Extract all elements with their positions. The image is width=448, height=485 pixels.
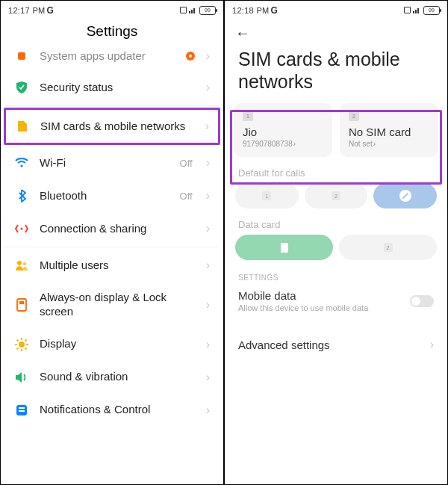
connection-icon <box>14 221 29 236</box>
row-label: Display <box>40 337 196 351</box>
row-label: Notifications & Control <box>40 403 196 417</box>
default-calls-label: Default for calls <box>225 157 447 183</box>
row-bluetooth[interactable]: Bluetooth Off › <box>5 179 219 212</box>
row-system-updater[interactable]: System apps updater › <box>5 47 219 71</box>
separator <box>5 105 219 106</box>
row-label: System apps updater <box>40 49 175 64</box>
sim-slot-2[interactable]: 2 No SIM card Not set› <box>340 103 438 157</box>
users-icon <box>14 258 29 273</box>
display-icon <box>14 337 29 352</box>
chevron-right-icon: › <box>206 404 210 417</box>
row-notifications[interactable]: Notifications & Control › <box>5 394 219 419</box>
svg-line-17 <box>25 339 27 341</box>
page-title: SIM cards & mobile networks <box>225 42 447 103</box>
page-title: Settings <box>1 17 223 47</box>
row-label: Sound & vibration <box>40 370 196 384</box>
row-label: Connection & sharing <box>40 222 196 236</box>
settings-list-2: Wi-Fi Off › Bluetooth Off › Connection &… <box>1 146 223 245</box>
chevron-right-icon: › <box>430 338 434 351</box>
svg-point-3 <box>20 164 22 167</box>
sim-settings-screen: 12:18 PMG 99 ← SIM cards & mobile networ… <box>224 0 448 485</box>
ban-icon <box>399 190 411 202</box>
clock: 12:18 PM <box>232 6 269 15</box>
svg-line-15 <box>25 347 27 349</box>
call-sim-2[interactable]: 2 <box>305 183 368 208</box>
row-aod[interactable]: Always-on display & Lock screen › <box>5 282 219 328</box>
sim-status-icon <box>180 7 187 13</box>
chevron-right-icon: › <box>293 140 296 148</box>
google-badge: G <box>270 5 277 16</box>
row-label: Bluetooth <box>40 189 169 203</box>
row-security[interactable]: Security status › <box>5 71 219 104</box>
row-mobile-data[interactable]: Mobile data Allow this device to use mob… <box>225 285 447 320</box>
row-connection[interactable]: Connection & sharing › <box>5 212 219 245</box>
svg-rect-7 <box>17 299 26 311</box>
data-card-label: Data card <box>225 208 447 235</box>
signal-icon <box>413 7 421 13</box>
row-sound[interactable]: Sound & vibration › <box>5 361 219 394</box>
data-sim-2[interactable]: 2 <box>339 235 437 260</box>
chevron-right-icon: › <box>206 49 210 63</box>
row-value: Off <box>180 191 193 202</box>
update-badge-icon <box>185 51 196 61</box>
call-sim-1[interactable]: 1 <box>235 183 299 208</box>
google-badge: G <box>46 5 53 16</box>
sound-icon <box>14 370 29 385</box>
row-display[interactable]: Display › <box>5 328 219 361</box>
chevron-right-icon: › <box>206 298 210 312</box>
sim-doc-icon <box>281 243 288 253</box>
clock: 12:17 PM <box>8 6 45 15</box>
settings-list: System apps updater › Security status › <box>1 47 223 104</box>
row-label: Security status <box>40 81 196 95</box>
sim-status-icon <box>404 7 411 13</box>
svg-line-16 <box>17 347 19 349</box>
chevron-right-icon: › <box>206 338 210 351</box>
slot-badge: 1 <box>243 111 253 121</box>
svg-rect-8 <box>19 301 24 304</box>
data-sim-1[interactable] <box>235 235 333 260</box>
mobile-data-toggle[interactable] <box>410 295 434 307</box>
chevron-right-icon: › <box>205 120 209 133</box>
status-bar: 12:17 PMG 99 <box>1 1 223 17</box>
separator <box>5 247 219 247</box>
arrow-left-icon: ← <box>235 25 250 41</box>
row-advanced[interactable]: Advanced settings › <box>225 320 447 359</box>
data-card-selector: 2 <box>225 235 447 260</box>
wifi-icon <box>14 155 29 170</box>
aod-icon <box>14 297 29 312</box>
shield-icon <box>14 80 29 95</box>
svg-rect-0 <box>18 52 25 60</box>
chevron-right-icon: › <box>206 222 210 235</box>
sim-name: Jio <box>243 126 323 138</box>
chevron-right-icon: › <box>206 371 210 384</box>
notifications-icon <box>14 403 29 418</box>
chevron-right-icon: › <box>206 189 210 203</box>
chevron-right-icon: › <box>206 81 210 94</box>
slot-badge: 2 <box>349 111 359 121</box>
row-multiple-users[interactable]: Multiple users › <box>5 249 219 282</box>
svg-rect-20 <box>19 410 25 412</box>
settings-caption: SETTINGS <box>225 260 447 285</box>
battery-icon: 99 <box>199 6 216 15</box>
battery-icon: 99 <box>423 6 440 15</box>
sim-name: No SIM card <box>349 126 429 138</box>
row-label: Wi-Fi <box>40 156 169 170</box>
status-bar: 12:18 PMG 99 <box>225 1 447 17</box>
chevron-right-icon: › <box>206 156 210 170</box>
row-wifi[interactable]: Wi-Fi Off › <box>5 146 219 179</box>
settings-screen: 12:17 PMG 99 Settings System apps update… <box>0 0 224 485</box>
signal-icon <box>189 7 197 13</box>
sim-cards: 1 Jio 917907808738› 2 No SIM card Not se… <box>225 103 447 157</box>
highlighted-sim-row: SIM cards & mobile networks › <box>4 108 220 145</box>
sim-number: 917907808738› <box>243 140 323 148</box>
svg-point-5 <box>17 261 22 265</box>
row-sim-networks[interactable]: SIM cards & mobile networks › <box>6 110 218 143</box>
sim-slot-1[interactable]: 1 Jio 917907808738› <box>234 103 332 157</box>
back-button[interactable]: ← <box>225 17 447 42</box>
svg-point-6 <box>23 262 26 265</box>
row-label: SIM cards & mobile networks <box>40 120 195 134</box>
setting-title: Mobile data <box>238 289 410 302</box>
system-updater-icon <box>14 49 29 64</box>
setting-sub: Allow this device to use mobile data <box>238 303 410 312</box>
call-always-ask[interactable] <box>373 183 437 208</box>
